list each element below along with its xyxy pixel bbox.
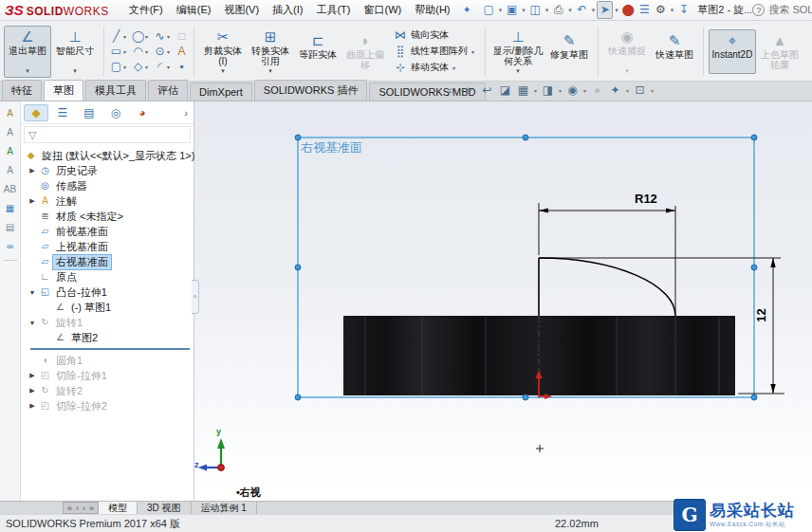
tree-item-origin[interactable]: ∟ 原点 bbox=[21, 269, 194, 284]
convert-entities-button[interactable]: ⊞ 转换实体引用 ▾ bbox=[247, 26, 294, 78]
move-entities-button[interactable]: ⊹ 移动实体 ▾ bbox=[394, 61, 479, 74]
tree-filter[interactable]: ▽ bbox=[24, 126, 191, 143]
tab-model[interactable]: 模型 bbox=[99, 502, 138, 514]
display-delete-relations-button[interactable]: ⊥ 显示/删除几何关系 ▾ bbox=[490, 26, 545, 78]
polygon-tool-icon[interactable]: ◇ bbox=[131, 61, 145, 73]
spellcheck-tool-icon[interactable]: A bbox=[3, 144, 18, 158]
expand-icon[interactable]: ▶ bbox=[27, 372, 38, 379]
prev-tab-icon[interactable]: ‹ bbox=[76, 504, 79, 513]
tree-item-sketch2[interactable]: ∠ 草图2 bbox=[21, 330, 194, 345]
exit-sketch-button[interactable]: ∠ 退出草图 ▾ bbox=[4, 26, 51, 78]
dropdown-arrow[interactable]: ▾ bbox=[167, 48, 175, 55]
tab-evaluate[interactable]: 评估 bbox=[148, 80, 188, 101]
instant2d-button[interactable]: ⌖ Instant2D bbox=[709, 29, 756, 74]
height-dimension-text[interactable]: 12 bbox=[754, 308, 768, 321]
search-label[interactable]: 搜索 SOLIDWORKS bbox=[768, 3, 812, 17]
sketch-geometry[interactable] bbox=[539, 258, 675, 316]
menu-help[interactable]: 帮助(H) bbox=[408, 0, 456, 20]
dropdown-arrow[interactable]: ▾ bbox=[499, 7, 503, 14]
dropdown-arrow[interactable]: ▾ bbox=[167, 64, 175, 70]
previous-view-icon[interactable]: ↩ bbox=[480, 83, 494, 97]
dropdown-arrow[interactable]: ▾ bbox=[145, 33, 153, 40]
rectangle-tool-icon[interactable]: ▭ bbox=[109, 46, 123, 58]
ellipse-tool-icon[interactable]: ⊙ bbox=[153, 46, 167, 58]
mirror-entities-button[interactable]: ⋈ 镜向实体 bbox=[394, 28, 479, 42]
tab-mold-tools[interactable]: 模具工具 bbox=[85, 80, 146, 101]
displaymanager-tab[interactable]: ◕ bbox=[130, 104, 155, 121]
dropdown-arrow[interactable]: ▾ bbox=[522, 7, 526, 14]
link-tool-icon[interactable]: ∞ bbox=[3, 239, 18, 253]
collapse-icon[interactable]: ▼ bbox=[27, 289, 38, 296]
expand-icon[interactable]: ▶ bbox=[27, 197, 38, 205]
dropdown-arrow[interactable]: ▾ bbox=[615, 7, 618, 14]
note-tool-icon[interactable]: A bbox=[3, 106, 18, 120]
dimxpertmanager-tab[interactable]: ◎ bbox=[103, 104, 128, 121]
dropdown-arrow[interactable]: ▾ bbox=[559, 87, 562, 94]
spline-tool-icon[interactable]: ∿ bbox=[153, 30, 167, 43]
pin-toolbar-icon[interactable]: ✦ bbox=[463, 4, 471, 16]
linear-pattern-button[interactable]: ⣿ 线性草图阵列 ▾ bbox=[394, 45, 479, 58]
dropdown-arrow[interactable]: ▾ bbox=[625, 67, 629, 75]
tree-item-sketch1[interactable]: ∠ (-) 草图1 bbox=[21, 300, 194, 315]
dropdown-arrow[interactable]: ▾ bbox=[516, 67, 520, 75]
dropdown-arrow[interactable]: ▾ bbox=[145, 48, 153, 55]
tab-3d-views[interactable]: 3D 视图 bbox=[138, 502, 192, 514]
section-view-icon[interactable]: ◪ bbox=[498, 83, 512, 97]
trim-entities-button[interactable]: ✂ 剪裁实体(I) ▾ bbox=[199, 26, 247, 78]
dropdown-arrow[interactable]: ▾ bbox=[568, 7, 572, 14]
menu-tools[interactable]: 工具(T) bbox=[309, 0, 357, 20]
filter-funnel-icon[interactable]: ▽ bbox=[28, 129, 36, 141]
tree-item-history[interactable]: ▶ ◷ 历史记录 bbox=[21, 163, 194, 178]
next-tab-icon[interactable]: › bbox=[83, 504, 85, 513]
dropdown-arrow[interactable]: ▾ bbox=[123, 64, 131, 70]
repair-sketch-button[interactable]: ✎ 修复草图 bbox=[545, 29, 593, 74]
view-orientation-icon[interactable]: ↧ bbox=[675, 2, 692, 18]
dropdown-arrow[interactable]: ▾ bbox=[545, 7, 549, 14]
file-properties-icon[interactable]: ☰ bbox=[637, 2, 653, 18]
picture-tool-icon[interactable]: ▦ bbox=[3, 201, 18, 215]
open-document-icon[interactable]: ▣ bbox=[504, 2, 520, 18]
graphics-viewport[interactable]: 右视基准面 R12 12 •右视 y z bbox=[194, 101, 812, 501]
new-document-icon[interactable]: ▢ bbox=[481, 2, 497, 18]
tree-item-revolve2[interactable]: ▶ ↻ 旋转2 bbox=[21, 383, 194, 398]
hide-show-items-icon[interactable]: ◉ bbox=[565, 83, 580, 97]
line-tool-icon[interactable]: ╱ bbox=[109, 30, 123, 43]
help-icon[interactable]: ? bbox=[752, 4, 765, 16]
expand-icon[interactable]: ▶ bbox=[27, 387, 38, 394]
dropdown-arrow[interactable]: ▾ bbox=[583, 87, 586, 94]
tree-item-annotations[interactable]: ▶ A 注解 bbox=[21, 193, 194, 209]
dropdown-arrow[interactable]: ▾ bbox=[471, 48, 479, 55]
dropdown-arrow[interactable]: ▾ bbox=[452, 64, 460, 71]
propertymanager-tab[interactable]: ☰ bbox=[50, 104, 75, 121]
radius-dimension-text[interactable]: R12 bbox=[635, 192, 657, 206]
dropdown-arrow[interactable]: ▾ bbox=[26, 67, 29, 75]
tree-item-cut-extrude2[interactable]: ▶ ◰ 切除-拉伸2 bbox=[21, 398, 194, 413]
point-tool-icon[interactable]: ▪ bbox=[175, 61, 189, 73]
tree-item-front-plane[interactable]: ▱ 前视基准面 bbox=[21, 224, 194, 239]
dropdown-arrow[interactable]: ▾ bbox=[123, 48, 131, 55]
dropdown-arrow[interactable]: ▾ bbox=[167, 33, 175, 40]
tab-motion-study[interactable]: 运动算例 1 bbox=[192, 502, 257, 514]
expand-icon[interactable]: ▶ bbox=[27, 167, 38, 174]
tree-item-cut-extrude1[interactable]: ▶ ◰ 切除-拉伸1 bbox=[21, 368, 194, 383]
menu-view[interactable]: 视图(V) bbox=[217, 0, 266, 20]
dropdown-arrow[interactable]: ▾ bbox=[145, 64, 153, 70]
dropdown-arrow[interactable]: ▾ bbox=[626, 87, 629, 94]
dropdown-arrow[interactable]: ▾ bbox=[651, 87, 654, 94]
dropdown-arrow[interactable]: ▾ bbox=[268, 67, 272, 75]
menu-insert[interactable]: 插入(I) bbox=[266, 0, 309, 20]
text-tool-icon[interactable]: A bbox=[175, 46, 189, 58]
view-settings-icon[interactable]: ⊡ bbox=[633, 83, 647, 97]
tree-item-material[interactable]: ≣ 材质 <未指定> bbox=[21, 209, 194, 224]
tree-item-boss-extrude1[interactable]: ▼ ◱ 凸台-拉伸1 bbox=[21, 284, 194, 300]
tree-item-sensors[interactable]: ◎ 传感器 bbox=[21, 178, 194, 193]
apply-scene-icon[interactable]: ✦ bbox=[608, 83, 622, 97]
expand-icon[interactable]: ▶ bbox=[27, 402, 38, 410]
offset-entities-button[interactable]: ⊏ 等距实体 bbox=[294, 29, 341, 74]
rebuild-icon[interactable]: ⬤ bbox=[620, 2, 637, 18]
print-icon[interactable]: ⎙ bbox=[550, 2, 566, 18]
first-tab-icon[interactable]: « bbox=[67, 504, 72, 513]
dropdown-arrow[interactable]: ▾ bbox=[123, 33, 131, 40]
select-cursor-icon[interactable]: ➤ bbox=[597, 1, 613, 19]
undo-icon[interactable]: ↶ bbox=[574, 2, 590, 18]
